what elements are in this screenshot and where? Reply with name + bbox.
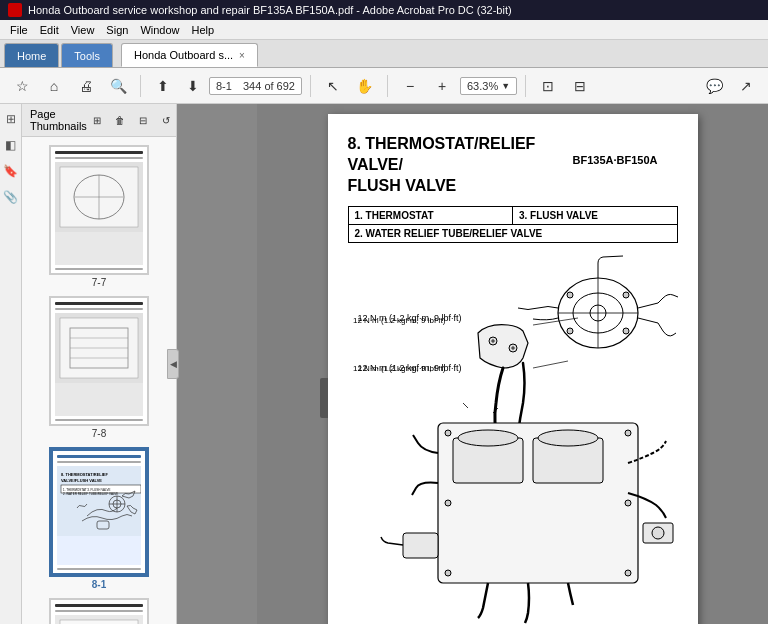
- main-area: ⊞ ◧ 🔖 📎 Page Thumbnails ⊞ 🗑 ⊟ ↺ ×: [0, 104, 768, 624]
- tab-tools[interactable]: Tools: [61, 43, 113, 67]
- thumbnail-img-8-1: 8. THERMOSTAT/RELIEF VALVE/FLUSH VALVE 1…: [49, 447, 149, 577]
- pdf-model-ref: BF135A·BF150A: [573, 154, 658, 166]
- nav-controls: ⬆ ⬇ 8-1 344 of 692: [149, 72, 302, 100]
- thumbnail-tools: ⊞ 🗑 ⊟ ↺ ×: [87, 111, 177, 129]
- fit-page-btn[interactable]: ⊡: [534, 72, 562, 100]
- svg-point-60: [652, 527, 664, 539]
- tab-home-label: Home: [17, 50, 46, 62]
- zoom-value: 63.3%: [467, 80, 498, 92]
- svg-point-39: [567, 328, 573, 334]
- thumbnail-label-8-1: 8-1: [92, 579, 106, 590]
- thumbnail-item-7-8[interactable]: 7-8: [26, 296, 172, 439]
- left-sidebar-icons: ⊞ ◧ 🔖 📎: [0, 104, 22, 624]
- next-page-btn[interactable]: ⬇: [179, 72, 207, 100]
- page-info: 8-1 344 of 692: [209, 77, 302, 95]
- page-total: 344 of 692: [243, 80, 295, 92]
- home-btn[interactable]: ⌂: [40, 72, 68, 100]
- thumbnail-item-8-2[interactable]: 8-2: [26, 598, 172, 624]
- cursor-tool-btn[interactable]: ↖: [319, 72, 347, 100]
- thumbnail-list: 7-7: [22, 137, 176, 624]
- svg-point-38: [623, 292, 629, 298]
- attachments-icon[interactable]: 📎: [2, 188, 20, 206]
- toolbar: ☆ ⌂ 🖨 🔍 ⬆ ⬇ 8-1 344 of 692 ↖ ✋ − + 63.3%…: [0, 68, 768, 104]
- thumbnail-header: Page Thumbnails ⊞ 🗑 ⊟ ↺ ×: [22, 104, 176, 137]
- sep4: [525, 75, 526, 97]
- layers-icon[interactable]: ◧: [2, 136, 20, 154]
- prev-page-btn[interactable]: ⬆: [149, 72, 177, 100]
- pdf-chapter-title: 8. THERMOSTAT/RELIEF VALVE/ FLUSH VALVE: [348, 134, 578, 196]
- thumbnail-item-7-7[interactable]: 7-7: [26, 145, 172, 288]
- panel-collapse-btn[interactable]: ◀: [167, 349, 179, 379]
- menu-edit[interactable]: Edit: [34, 22, 65, 38]
- comment-btn[interactable]: 💬: [700, 72, 728, 100]
- chapter-title-line1: 8. THERMOSTAT/RELIEF VALVE/: [348, 135, 536, 173]
- pdf-toc-table: 1. THERMOSTAT 3. FLUSH VALVE 2. WATER RE…: [348, 206, 678, 243]
- nav-panel-icon[interactable]: ⊞: [2, 110, 20, 128]
- svg-rect-23: [60, 620, 138, 624]
- zoom-out-btn[interactable]: −: [396, 72, 424, 100]
- tab-tools-label: Tools: [74, 50, 100, 62]
- thumbnail-view-btn[interactable]: ⊞: [87, 111, 107, 129]
- thumbnail-label-7-8: 7-8: [92, 428, 106, 439]
- page-current: 8-1: [216, 80, 232, 92]
- tab-bar: Home Tools Honda Outboard s... ×: [0, 40, 768, 68]
- svg-point-56: [445, 570, 451, 576]
- title-bar: Honda Outboard service workshop and repa…: [0, 0, 768, 20]
- svg-text:VALVE/FLUSH VALVE: VALVE/FLUSH VALVE: [61, 478, 102, 483]
- svg-text:2. WATER RELIEF TUBE/RELIEF VA: 2. WATER RELIEF TUBE/RELIEF VALVE: [63, 492, 118, 496]
- menu-bar: File Edit View Sign Window Help: [0, 20, 768, 40]
- menu-file[interactable]: File: [4, 22, 34, 38]
- thumbnail-item-8-1[interactable]: 8. THERMOSTAT/RELIEF VALVE/FLUSH VALVE 1…: [26, 447, 172, 590]
- bookmark-panel-icon[interactable]: 🔖: [2, 162, 20, 180]
- tab-close-btn[interactable]: ×: [239, 50, 245, 61]
- zoom-dropdown-icon: ▼: [501, 81, 510, 91]
- technical-diagram: 12 N·m (1.2 kgf·m, 9 lbf·ft) 12 N·m (1.2…: [348, 253, 688, 624]
- annotation-1: 12 N·m (1.2 kgf·m, 9 lbf·ft): [358, 313, 462, 323]
- svg-point-55: [625, 500, 631, 506]
- zoom-marquee-btn[interactable]: 🔍: [104, 72, 132, 100]
- toc-item-3: 3. FLUSH VALVE: [512, 207, 677, 225]
- menu-view[interactable]: View: [65, 22, 101, 38]
- thumbnail-img-8-2: 8-2: [49, 598, 149, 624]
- svg-point-37: [567, 292, 573, 298]
- svg-point-53: [445, 500, 451, 506]
- sep3: [387, 75, 388, 97]
- zoom-in-btn[interactable]: +: [428, 72, 456, 100]
- svg-point-40: [623, 328, 629, 334]
- thumbnail-panel-title: Page Thumbnails: [30, 108, 87, 132]
- pdf-content-area: 8. THERMOSTAT/RELIEF VALVE/ FLUSH VALVE …: [257, 104, 768, 624]
- fit-width-btn[interactable]: ⊟: [566, 72, 594, 100]
- thumbnail-delete-btn[interactable]: 🗑: [110, 111, 130, 129]
- tab-home[interactable]: Home: [4, 43, 59, 67]
- menu-help[interactable]: Help: [186, 22, 221, 38]
- page-drag-handle[interactable]: [320, 378, 328, 418]
- svg-point-52: [445, 430, 451, 436]
- toc-item-1: 1. THERMOSTAT: [348, 207, 512, 225]
- svg-point-57: [625, 570, 631, 576]
- svg-point-54: [625, 430, 631, 436]
- menu-sign[interactable]: Sign: [100, 22, 134, 38]
- thumbnail-label-7-7: 7-7: [92, 277, 106, 288]
- svg-text:8. THERMOSTAT/RELIEF: 8. THERMOSTAT/RELIEF: [61, 472, 109, 477]
- share-btn[interactable]: ↗: [732, 72, 760, 100]
- sep1: [140, 75, 141, 97]
- thumbnail-rotate-btn[interactable]: ↺: [156, 111, 176, 129]
- pdf-spine: [177, 104, 257, 624]
- toc-item-2: 2. WATER RELIEF TUBE/RELIEF VALVE: [348, 225, 677, 243]
- zoom-level[interactable]: 63.3% ▼: [460, 77, 517, 95]
- thumbnail-img-7-7: [49, 145, 149, 275]
- sep2: [310, 75, 311, 97]
- thumbnail-move-btn[interactable]: ⊟: [133, 111, 153, 129]
- app-icon: [8, 3, 22, 17]
- menu-window[interactable]: Window: [134, 22, 185, 38]
- pdf-page: 8. THERMOSTAT/RELIEF VALVE/ FLUSH VALVE …: [328, 114, 698, 624]
- thumbnail-img-7-8: [49, 296, 149, 426]
- thumbnail-panel: Page Thumbnails ⊞ 🗑 ⊟ ↺ ×: [22, 104, 177, 624]
- bookmark-btn[interactable]: ☆: [8, 72, 36, 100]
- svg-point-50: [458, 430, 518, 446]
- tab-document[interactable]: Honda Outboard s... ×: [121, 43, 258, 67]
- window-title: Honda Outboard service workshop and repa…: [28, 4, 512, 16]
- print-btn[interactable]: 🖨: [72, 72, 100, 100]
- hand-tool-btn[interactable]: ✋: [351, 72, 379, 100]
- chapter-title-line2: FLUSH VALVE: [348, 177, 457, 194]
